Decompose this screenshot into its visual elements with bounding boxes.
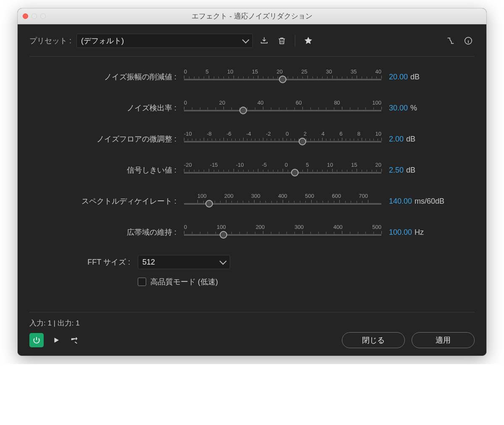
close-button[interactable]: 閉じる	[342, 332, 405, 348]
slider-knob-decay[interactable]	[205, 200, 213, 207]
param-value-threshold[interactable]: 2.50	[389, 166, 404, 175]
power-toggle[interactable]	[29, 333, 44, 347]
param-value-broadband[interactable]: 100.00	[389, 228, 412, 237]
save-preset-icon[interactable]	[258, 34, 270, 47]
route-icon[interactable]	[444, 34, 457, 47]
param-label-noisiness: ノイズ検出率 :	[59, 103, 176, 113]
slider-finetune[interactable]: -10-8-6-4-20246810	[184, 131, 381, 147]
slider-knob-broadband[interactable]	[220, 231, 227, 239]
slider-decay[interactable]: 100200300400500600700	[184, 193, 381, 210]
param-label-broadband: 広帯域の維持 :	[59, 227, 176, 237]
hq-mode-checkbox[interactable]	[138, 278, 146, 286]
zoom-window-icon[interactable]	[40, 13, 46, 19]
titlebar: エフェクト - 適応ノイズリダクション	[18, 8, 486, 24]
slider-knob-reduce[interactable]	[279, 76, 286, 83]
param-unit-noisiness: %	[410, 104, 417, 113]
param-label-threshold: 信号しきい値 :	[59, 165, 176, 175]
apply-button[interactable]: 適用	[412, 332, 475, 348]
minimize-window-icon[interactable]	[32, 13, 37, 19]
param-unit-reduce: dB	[410, 73, 420, 81]
param-value-noisiness[interactable]: 30.00	[389, 104, 408, 113]
preset-select[interactable]: (デフォルト)	[76, 34, 253, 48]
window-controls	[23, 13, 46, 19]
slider-noisiness[interactable]: 020406080100	[184, 100, 381, 116]
preset-value: (デフォルト)	[81, 36, 124, 46]
param-value-finetune[interactable]: 2.00	[389, 135, 404, 144]
slider-knob-noisiness[interactable]	[239, 107, 247, 114]
io-status: 入力: 1 | 出力: 1	[29, 318, 475, 328]
slider-threshold[interactable]: -20-15-10-505101520	[184, 162, 381, 178]
slider-broadband[interactable]: 0100200300400500	[184, 224, 381, 241]
play-button[interactable]	[50, 334, 62, 346]
param-label-decay: スペクトルディケイレート :	[59, 196, 176, 206]
slider-knob-threshold[interactable]	[291, 169, 299, 176]
param-value-decay[interactable]: 140.00	[389, 197, 412, 206]
close-window-icon[interactable]	[23, 13, 28, 19]
chevron-down-icon	[220, 258, 227, 265]
param-label-finetune: ノイズフロアの微調整 :	[59, 134, 176, 144]
param-unit-decay: ms/60dB	[415, 197, 444, 206]
param-threshold: 信号しきい値 :-20-15-10-5051015202.50dB	[59, 162, 470, 178]
param-unit-threshold: dB	[406, 166, 415, 175]
preset-label: プリセット :	[29, 36, 71, 46]
param-label-reduce: ノイズ振幅の削減値 :	[59, 72, 176, 82]
fft-size-value: 512	[142, 258, 155, 267]
info-icon[interactable]	[462, 34, 475, 47]
slider-knob-finetune[interactable]	[299, 138, 306, 145]
separator	[295, 35, 295, 47]
chevron-down-icon	[242, 37, 249, 44]
param-value-reduce[interactable]: 20.00	[389, 73, 408, 81]
fft-size-label: FFT サイズ :	[59, 257, 130, 267]
param-broadband: 広帯域の維持 :0100200300400500100.00Hz	[59, 224, 470, 241]
param-reduce: ノイズ振幅の削減値 :051015202530354020.00dB	[59, 68, 470, 85]
param-unit-finetune: dB	[406, 135, 415, 144]
slider-reduce[interactable]: 0510152025303540	[184, 68, 381, 85]
delete-preset-icon[interactable]	[276, 34, 288, 47]
effect-window: エフェクト - 適応ノイズリダクション プリセット : (デフォルト)	[18, 8, 486, 356]
param-finetune: ノイズフロアの微調整 :-10-8-6-4-202468102.00dB	[59, 131, 470, 147]
window-title: エフェクト - 適応ノイズリダクション	[18, 11, 486, 21]
param-noisiness: ノイズ検出率 :02040608010030.00%	[59, 100, 470, 116]
param-unit-broadband: Hz	[415, 228, 424, 237]
favorite-icon[interactable]	[302, 34, 315, 47]
hq-mode-label: 高品質モード (低速)	[150, 277, 218, 287]
loop-button[interactable]	[69, 334, 81, 346]
param-decay: スペクトルディケイレート :100200300400500600700140.0…	[59, 193, 470, 210]
fft-size-select[interactable]: 512	[138, 255, 230, 269]
